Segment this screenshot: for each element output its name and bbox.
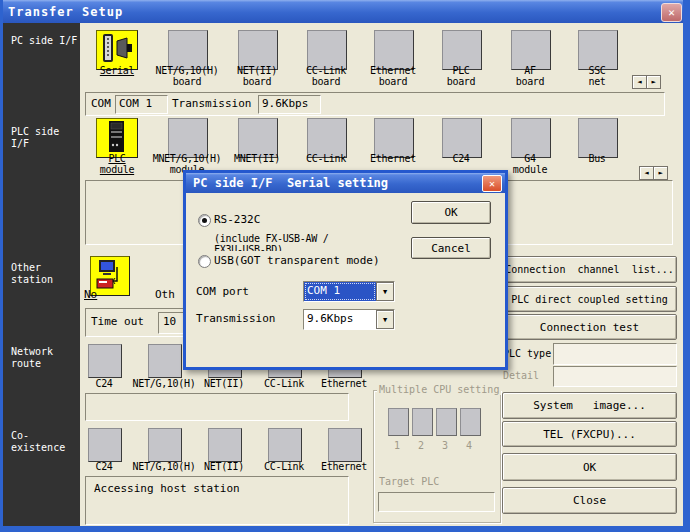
netroute-label-c24: C24 [71, 378, 137, 389]
plc-if-label-plc-module: PLCmodule [82, 153, 152, 175]
pc-if-cclink-board-button[interactable] [307, 30, 347, 70]
coex-netg10h-button[interactable] [148, 428, 182, 462]
pc-if-af-board-button[interactable] [511, 30, 551, 70]
plc-type-field [553, 343, 677, 365]
cpu-num-1: 1 [394, 440, 400, 451]
transmission-label: Transmission [172, 97, 251, 110]
transmission-value: 9.6Kbps [304, 310, 376, 329]
dialog-cancel-button[interactable]: Cancel [411, 237, 491, 259]
detail-label: Detail [503, 370, 539, 381]
netroute-label-cclink: CC-Link [251, 378, 317, 389]
netroute-label-ethernet: Ethernet [311, 378, 377, 389]
plc-if-bus-button[interactable] [578, 118, 618, 158]
plc-row-scroll-right-icon[interactable]: ► [653, 166, 668, 180]
plc-row-scroll-left-icon[interactable]: ◄ [639, 166, 654, 180]
plc-if-label-ethernet: Ethernet [358, 153, 428, 164]
pc-row-scroll-right-icon[interactable]: ► [646, 75, 661, 89]
multiple-cpu-title: Multiple CPU setting [377, 384, 501, 395]
plc-module-icon [97, 119, 137, 155]
plc-if-label-mnetii: MNET(II) [222, 153, 292, 164]
other-station-other-label: Oth [155, 288, 175, 301]
sidebar: PC side I/F PLC side I/F Other station N… [3, 23, 80, 526]
connection-channel-list-button[interactable]: Connection channel list... [502, 256, 677, 283]
rs232c-radio[interactable] [198, 214, 211, 227]
accessing-host-text: Accessing host station [94, 482, 240, 495]
target-plc-field [378, 492, 495, 512]
pc-if-label-af: AFboard [495, 65, 565, 87]
serial-setting-title: PC side I/F Serial setting [186, 176, 388, 190]
pc-if-ethernet-board-button[interactable] [374, 30, 414, 70]
pc-if-label-ssc: SSCnet [562, 65, 632, 87]
pc-if-netii-board-button[interactable] [238, 30, 278, 70]
usb-label: USB(GOT transparent mode) [214, 254, 380, 267]
plc-if-label-cclink: CC-Link [291, 153, 361, 164]
include-note-line2: FX3U-USB-BD) [214, 244, 283, 251]
com-label: COM [91, 97, 111, 110]
cpu-slot-1 [388, 408, 409, 436]
dialog-ok-button[interactable]: OK [411, 201, 491, 224]
plc-if-c24-button[interactable] [442, 118, 482, 158]
target-plc-label: Target PLC [379, 476, 439, 487]
transfer-setup-window: Transfer Setup ✕ PC side I/F PLC side I/… [0, 0, 690, 532]
coex-netii-button[interactable] [208, 428, 242, 462]
sidebar-item-plc-side: PLC side I/F [11, 126, 79, 151]
pc-if-label-serial: Serial [82, 65, 152, 76]
plc-type-label: PLC type [503, 348, 551, 359]
coex-ethernet-button[interactable] [328, 428, 362, 462]
pc-if-ssc-net-button[interactable] [578, 30, 618, 70]
ok-button[interactable]: OK [502, 453, 677, 481]
pc-if-label-plc: PLCboard [426, 65, 496, 87]
dialog-close-icon[interactable]: ✕ [482, 175, 502, 192]
pc-if-netg10h-board-button[interactable] [168, 30, 208, 70]
netroute-c24-button[interactable] [88, 344, 122, 378]
plc-direct-coupled-button[interactable]: PLC direct coupled setting [502, 286, 677, 312]
include-note-line1: (include FX-USB-AW / [214, 233, 328, 244]
cpu-slot-4 [460, 408, 481, 436]
plc-if-label-bus: Bus [562, 153, 632, 164]
pc-if-plc-board-button[interactable] [442, 30, 482, 70]
usb-radio[interactable] [198, 255, 211, 268]
transmission-dropdown[interactable]: 9.6Kbps ▼ [303, 309, 395, 330]
coex-cclink-button[interactable] [268, 428, 302, 462]
plc-if-cclink-button[interactable] [307, 118, 347, 158]
window-border-bottom [0, 526, 690, 532]
tel-fxcpu-button[interactable]: TEL (FXCPU)... [502, 421, 677, 447]
sidebar-item-coexistence-network: Co-existence network [11, 430, 79, 455]
pc-row-scroll-left-icon[interactable]: ◄ [632, 75, 647, 89]
cpu-num-2: 2 [418, 440, 424, 451]
pc-if-label-ethernet: Ethernetboard [358, 65, 428, 87]
pc-if-label-netg10h: NET/G,10(H)board [152, 65, 222, 87]
plc-if-plc-module-button[interactable] [96, 118, 138, 158]
pc-if-serial-button[interactable] [96, 30, 138, 70]
coex-c24-button[interactable] [88, 428, 122, 462]
pc-if-label-netii: NET(II)board [222, 65, 292, 87]
coex-label-ethernet: Ethernet [311, 461, 377, 472]
detail-field [553, 366, 677, 387]
connection-test-button[interactable]: Connection test [502, 314, 677, 340]
plc-if-g4-module-button[interactable] [511, 118, 551, 158]
cpu-slot-2 [412, 408, 433, 436]
chevron-down-icon[interactable]: ▼ [376, 310, 394, 329]
window-title: Transfer Setup [0, 5, 123, 19]
system-image-button[interactable]: System image... [502, 392, 677, 419]
sidebar-item-pc-side: PC side I/F [11, 35, 79, 60]
netroute-label-netg10h: NET/G,10(H) [131, 378, 197, 389]
plc-if-mnetii-button[interactable] [238, 118, 278, 158]
accessing-host-box: Accessing host station [85, 476, 349, 525]
com-port-label: COM port [196, 285, 249, 298]
chevron-down-icon[interactable]: ▼ [376, 282, 394, 301]
plc-if-ethernet-button[interactable] [374, 118, 414, 158]
com-value-field: COM 1 [115, 95, 168, 114]
other-station-no-label: No [84, 288, 97, 301]
serial-setting-dialog: PC side I/F Serial setting ✕ RS-232C OK … [183, 170, 508, 370]
close-icon[interactable]: ✕ [661, 3, 682, 22]
close-button[interactable]: Close [502, 487, 677, 514]
cpu-num-3: 3 [442, 440, 448, 451]
rs232c-label: RS-232C [214, 213, 260, 226]
plc-if-mnetg10h-button[interactable] [168, 118, 208, 158]
plc-if-label-c24: C24 [426, 153, 496, 164]
com-port-dropdown[interactable]: COM 1 ▼ [303, 281, 395, 302]
timeout-label: Time out [91, 315, 144, 328]
sidebar-item-network-route: Network route [11, 346, 79, 371]
netroute-netg10h-button[interactable] [148, 344, 182, 378]
